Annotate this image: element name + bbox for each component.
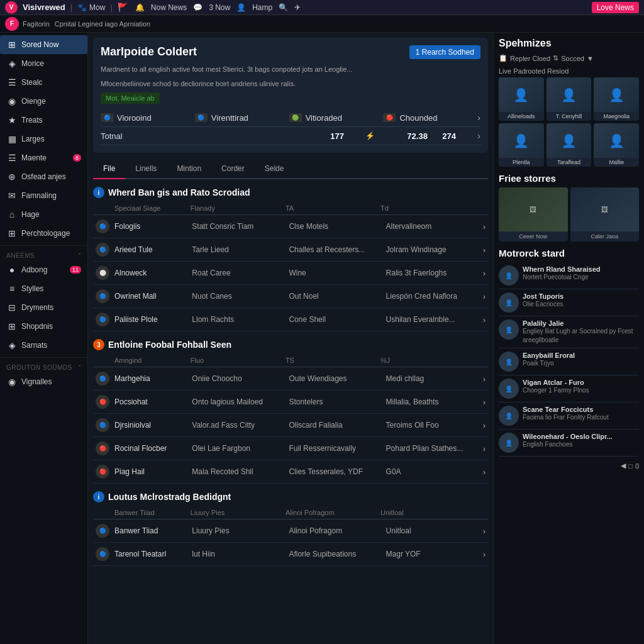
totals-arrow[interactable]: ›: [477, 131, 480, 141]
section1-header: i Wherd Ban gis and Rato Scrodiad: [93, 187, 488, 198]
row-arrow[interactable]: ›: [483, 245, 486, 255]
table-row[interactable]: 🔴 Pocsiohat Onto lagious Mailoed Stontel…: [93, 391, 488, 414]
table-row[interactable]: 🔵 Banwer Tiiad Liuury Pies Alinoi Pofrag…: [93, 519, 488, 543]
sidebar-item-osfead[interactable]: ⊕ Osfead anjes: [0, 167, 87, 186]
match-desc2: Mfocenbeliinove schod to decliorince boi…: [101, 79, 480, 89]
total-score2: 72.38: [407, 131, 438, 141]
chat-count[interactable]: 3 Now: [209, 3, 230, 12]
sored-now-icon: ⊞: [6, 40, 18, 50]
player-grid: 👤 Allineloads 👤 T. Cenyhill 👤 Maegnolia …: [499, 77, 639, 167]
site-logo[interactable]: V: [5, 1, 18, 14]
row-arrow[interactable]: ›: [483, 292, 486, 301]
secondary-logo[interactable]: F: [5, 17, 19, 31]
news-badge[interactable]: Now News: [151, 3, 187, 12]
row-arrow[interactable]: ›: [483, 526, 486, 536]
table-row[interactable]: ⚪ Alnoweck Roat Caree Wine Ralis 3t Faer…: [93, 262, 488, 285]
filter-dropdown[interactable]: ▼: [587, 55, 594, 62]
player-card-2[interactable]: 👤 Maegnolia: [594, 77, 639, 121]
motroerk-item-5[interactable]: 👤 Scane Tear Foccicuts Faoima lio Frar F…: [499, 402, 639, 430]
larges-icon: ▦: [6, 134, 18, 144]
motroerk-item-1[interactable]: 👤 Jost Tuporis Olie Eacrioces: [499, 289, 639, 316]
mi-name-6: Wileonehard - Oeslo Clipr...: [523, 433, 639, 440]
sidebar-item-hage[interactable]: ⌂ Hage: [0, 205, 87, 224]
table-row[interactable]: 🔵 Tarenol Tieatarl lut Hiin Aflorle Supi…: [93, 543, 488, 566]
player-card-3[interactable]: 👤 Plentla: [499, 123, 544, 167]
tab-mintion[interactable]: Mintion: [167, 159, 211, 179]
story-card-0[interactable]: 🖼 Ceeer Now: [499, 187, 568, 242]
sidebar-item-morice[interactable]: ◈ Morice: [0, 54, 87, 73]
player-img-3: 👤: [499, 123, 544, 158]
chevron2-icon[interactable]: ˅: [78, 364, 82, 371]
tab-selde[interactable]: Selde: [255, 159, 294, 179]
table-row[interactable]: 🔴 Rocinal Flocber Olei Lae Fargbon Fuil …: [93, 437, 488, 460]
player-img-2: 👤: [594, 77, 639, 112]
row-arrow[interactable]: ›: [483, 397, 486, 407]
love-news-button[interactable]: Love News: [592, 2, 639, 13]
tab-linells[interactable]: Linells: [125, 159, 167, 179]
section3-title: Loutus Mclrostradg Bedidgnt: [108, 492, 231, 502]
match-title: Marlpoide Coldert: [101, 45, 197, 58]
motroerk-item-6[interactable]: 👤 Wileonehard - Oeslo Clipr... English F…: [499, 430, 639, 457]
sidebar-item-treats[interactable]: ★ Treats: [0, 111, 87, 130]
row-arrow[interactable]: ›: [483, 550, 486, 559]
table-row[interactable]: 🔵 Arieed Tule Tarle Lieed Challes at Rec…: [93, 238, 488, 262]
sidebar-item-famnaling[interactable]: ✉ Famnaling: [0, 186, 87, 205]
chat-icon[interactable]: 💬: [193, 3, 203, 12]
motroerk-item-0[interactable]: 👤 Whern Rland Sharaised Nortert Puecotoa…: [499, 262, 639, 289]
match-card-header: Marlpoide Coldert 1 Rearch Sodhed: [101, 45, 480, 59]
row-arrow[interactable]: ›: [483, 421, 486, 430]
chevron-icon[interactable]: ˅: [78, 252, 82, 259]
pagination-prev[interactable]: ◀: [621, 462, 626, 470]
player-card-0[interactable]: 👤 Allineloads: [499, 77, 544, 121]
team4-flag: 🔴: [383, 113, 396, 122]
sidebar-item-stylles[interactable]: ≡ Stylles: [0, 279, 87, 298]
sidebar-item-sarnats[interactable]: ◈ Sarnats: [0, 336, 87, 355]
table-row[interactable]: 🔵 Fologiis Statt Consric Tiam Clse Motel…: [93, 215, 488, 238]
table-row[interactable]: 🔴 Piag Hail Mala Recoted Shll Clies Tess…: [93, 460, 488, 484]
player-card-5[interactable]: 👤 Mallie: [594, 123, 639, 167]
story-card-1[interactable]: 🖼 Caler Jaoa: [570, 187, 640, 242]
motroerk-item-2[interactable]: 👤 Palalily Jalie Engliey lliat Lugh ar S…: [499, 316, 639, 348]
sidebar-item-adbong[interactable]: ● Adbong 11: [0, 260, 87, 279]
user-icon[interactable]: 👤: [236, 3, 246, 12]
tab-corder[interactable]: Corder: [211, 159, 255, 179]
bell-icon[interactable]: 🔔: [135, 3, 145, 12]
player-img-4: 👤: [547, 123, 592, 158]
share-icon[interactable]: ✈: [294, 3, 301, 12]
sidebar-item-oienge[interactable]: ◉ Oienge: [0, 92, 87, 111]
sidebar-item-sored-now[interactable]: ⊞ Sored Now: [0, 35, 87, 54]
search-icon[interactable]: 🔍: [279, 3, 288, 12]
team3-name: Vitioraded: [306, 113, 380, 123]
motroerk-item-4[interactable]: 👤 Vigan Atclar - Furo Chonger 1 Farmy Pl…: [499, 375, 639, 402]
motroerk-item-3[interactable]: 👤 Eanybaill Eroral Poaik Trjyo: [499, 348, 639, 375]
teams-arrow[interactable]: ›: [477, 113, 480, 123]
sidebar-item-vignalles[interactable]: ◉ Vignalles: [0, 372, 87, 391]
tab-file[interactable]: File: [93, 159, 125, 179]
sidebar-item-larges[interactable]: ▦ Larges: [0, 130, 87, 148]
sidebar-item-stealc[interactable]: ☰ Stealc: [0, 73, 87, 92]
sidebar-item-shopdnis[interactable]: ⊞ Shopdnis: [0, 317, 87, 336]
row-arrow[interactable]: ›: [483, 374, 486, 384]
table-row[interactable]: 🔵 Paliiste Plole Llom Rachts Cone Shell …: [93, 308, 488, 331]
table-row[interactable]: 🔵 Marhgehia Oniie Choocho Oute Wiendiage…: [93, 367, 488, 391]
mi-name-4: Vigan Atclar - Furo: [523, 379, 639, 386]
user-mow[interactable]: 🐾 Mow: [77, 3, 105, 12]
sidebar-item-dryments[interactable]: ⊟ Dryments: [0, 298, 87, 317]
sidebar-item-maente[interactable]: ☲ Maente 8: [0, 148, 87, 167]
row-arrow[interactable]: ›: [483, 269, 486, 278]
mi-text-0: Whern Rland Sharaised Nortert Puecotoal …: [523, 265, 639, 282]
row-arrow[interactable]: ›: [483, 315, 486, 325]
row-arrow[interactable]: ›: [483, 467, 486, 477]
player-card-4[interactable]: 👤 Taraflead: [547, 123, 592, 167]
row-arrow[interactable]: ›: [483, 444, 486, 453]
table-row[interactable]: 🔵 Owrinet Mall Nuot Canes Out Noel Liesp…: [93, 285, 488, 308]
table-row[interactable]: 🔵 Djrsiniolval Valor.ad Fass Citty Olisc…: [93, 414, 488, 437]
filter-label1: Repler Cloed: [510, 55, 550, 62]
row-arrow[interactable]: ›: [483, 222, 486, 231]
top-navigation: V Visivrewed | 🐾 Mow | 🚩 🔔 Now News 💬 3 …: [0, 0, 644, 15]
team-row-1[interactable]: 🔵 Viorooind 🔵 Virenttirad 🟢 Vitioraded 🔴…: [101, 109, 480, 127]
player-card-1[interactable]: 👤 T. Cenyhill: [547, 77, 592, 121]
team1-flag: 🔵: [101, 113, 113, 122]
vignalles-icon: ◉: [6, 377, 18, 387]
sidebar-item-perchtologage[interactable]: ⊞ Perchtologage: [0, 224, 87, 243]
